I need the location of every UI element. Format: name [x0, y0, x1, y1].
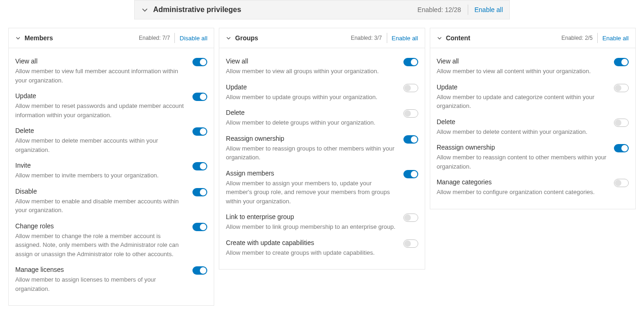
privilege-row: DeleteAllow member to delete content wit… — [437, 113, 629, 139]
card-body: View allAllow member to view full member… — [9, 48, 214, 305]
card-enabled-count: Enabled: 7/7 — [139, 35, 170, 41]
privilege-title: Update — [226, 83, 398, 91]
privilege-description: Allow member to reassign groups to other… — [226, 144, 398, 162]
toggle-knob — [615, 119, 621, 126]
privilege-toggle[interactable] — [192, 93, 207, 101]
privilege-title: Delete — [437, 118, 609, 126]
privilege-toggle[interactable] — [192, 58, 207, 66]
header-enabled-count: Enabled: 12/28 — [417, 6, 461, 13]
privilege-toggle[interactable] — [403, 135, 418, 144]
card-groups: GroupsEnabled: 3/7Enable allView allAllo… — [219, 28, 425, 270]
privilege-text: DeleteAllow member to delete content wit… — [437, 118, 609, 137]
privilege-description: Allow member to create groups with updat… — [226, 248, 398, 258]
privilege-toggle[interactable] — [403, 84, 418, 92]
toggle-knob — [200, 224, 206, 230]
privilege-description: Allow member to view all groups within y… — [226, 67, 398, 76]
privilege-title: Delete — [226, 109, 398, 116]
privilege-title: Link to enterprise group — [226, 213, 398, 220]
privilege-title: Manage licenses — [15, 266, 188, 273]
toggle-knob — [404, 110, 411, 117]
privilege-toggle[interactable] — [192, 127, 207, 136]
privilege-toggle[interactable] — [192, 223, 207, 231]
disable-all-link[interactable]: Disable all — [180, 35, 207, 42]
card-body: View allAllow member to view all content… — [430, 48, 635, 209]
enable-all-link[interactable]: Enable all — [392, 35, 418, 42]
privilege-text: Change rolesAllow member to change the r… — [15, 222, 188, 259]
toggle-knob — [404, 240, 411, 247]
card-header-left: Groups — [226, 34, 351, 42]
toggle-knob — [200, 163, 206, 170]
privilege-toggle[interactable] — [192, 266, 207, 275]
card-title: Members — [25, 34, 53, 42]
toggle-knob — [411, 171, 417, 177]
privilege-toggle[interactable] — [403, 214, 418, 222]
privilege-toggle[interactable] — [403, 239, 418, 248]
privilege-toggle[interactable] — [192, 162, 207, 170]
card-members: MembersEnabled: 7/7Disable allView allAl… — [8, 28, 214, 306]
privilege-description: Allow member to update groups within you… — [226, 93, 398, 102]
chevron-down-icon[interactable] — [437, 35, 442, 41]
chevron-down-icon[interactable] — [141, 6, 149, 13]
privilege-row: Manage categoriesAllow member to configu… — [437, 174, 629, 200]
privilege-description: Allow member to assign your members to, … — [226, 179, 398, 206]
privilege-text: InviteAllow member to invite members to … — [15, 162, 188, 180]
toggle-knob — [404, 85, 411, 91]
toggle-knob — [200, 94, 206, 100]
privilege-text: UpdateAllow member to reset passwords an… — [15, 92, 188, 119]
privilege-title: Invite — [15, 162, 188, 169]
toggle-knob — [411, 136, 417, 143]
privilege-toggle[interactable] — [614, 144, 629, 152]
chevron-down-icon[interactable] — [226, 35, 231, 41]
privilege-title: Update — [437, 83, 609, 91]
enable-all-link[interactable]: Enable all — [602, 35, 629, 42]
privilege-toggle[interactable] — [614, 119, 629, 127]
privilege-row: InviteAllow member to invite members to … — [15, 157, 207, 183]
privilege-row: UpdateAllow member to update and categor… — [437, 79, 629, 113]
privilege-toggle[interactable] — [403, 170, 418, 178]
card-content: ContentEnabled: 2/5Enable allView allAll… — [430, 28, 636, 209]
privilege-row: DeleteAllow member to delete groups with… — [226, 104, 418, 130]
privilege-description: Allow member to invite members to your o… — [15, 171, 188, 180]
privilege-title: Reassign ownership — [437, 144, 609, 151]
privilege-row: Reassign ownershipAllow member to reassi… — [226, 130, 418, 165]
privilege-row: Assign membersAllow member to assign you… — [226, 165, 418, 209]
privilege-title: Assign members — [226, 170, 398, 177]
privilege-text: Assign membersAllow member to assign you… — [226, 170, 398, 206]
card-body: View allAllow member to view all groups … — [219, 48, 424, 269]
cards-container: MembersEnabled: 7/7Disable allView allAl… — [0, 19, 644, 314]
privilege-toggle[interactable] — [614, 84, 629, 92]
toggle-knob — [200, 59, 206, 65]
toggle-knob — [615, 180, 621, 186]
privilege-title: View all — [226, 57, 398, 65]
enable-all-link[interactable]: Enable all — [475, 6, 503, 13]
privilege-row: Change rolesAllow member to change the r… — [15, 218, 207, 262]
toggle-knob — [615, 85, 621, 91]
chevron-down-icon[interactable] — [15, 35, 21, 41]
privilege-description: Allow member to delete member accounts w… — [15, 136, 188, 154]
card-header-members: MembersEnabled: 7/7Disable all — [9, 28, 214, 48]
header-title: Administrative privileges — [153, 6, 241, 14]
toggle-knob — [404, 214, 411, 221]
card-header-divider — [174, 33, 175, 43]
card-header-right: Enabled: 7/7Disable all — [139, 33, 207, 43]
card-header-right: Enabled: 3/7Enable all — [351, 33, 418, 43]
privilege-toggle[interactable] — [403, 109, 418, 118]
privilege-description: Allow member to view all content within … — [437, 67, 609, 76]
privilege-description: Allow member to view full member account… — [15, 67, 188, 85]
privilege-description: Allow member to link group membership to… — [226, 222, 398, 232]
privilege-title: Manage categories — [437, 178, 609, 186]
privilege-description: Allow member to reset passwords and upda… — [15, 101, 188, 119]
card-enabled-count: Enabled: 2/5 — [561, 35, 592, 41]
privilege-toggle[interactable] — [614, 58, 629, 66]
privilege-description: Allow member to reassign content to othe… — [437, 153, 609, 171]
privilege-description: Allow member to assign licenses to membe… — [15, 275, 188, 293]
privilege-toggle[interactable] — [614, 179, 629, 187]
privilege-title: Change roles — [15, 222, 188, 230]
privilege-toggle[interactable] — [192, 188, 207, 196]
privilege-row: Reassign ownershipAllow member to reassi… — [437, 139, 629, 174]
privilege-text: View allAllow member to view full member… — [15, 57, 188, 85]
privilege-toggle[interactable] — [403, 58, 418, 66]
privilege-text: Manage licensesAllow member to assign li… — [15, 266, 188, 293]
privilege-title: Create with update capabilities — [226, 239, 398, 246]
privilege-title: Update — [15, 92, 188, 100]
